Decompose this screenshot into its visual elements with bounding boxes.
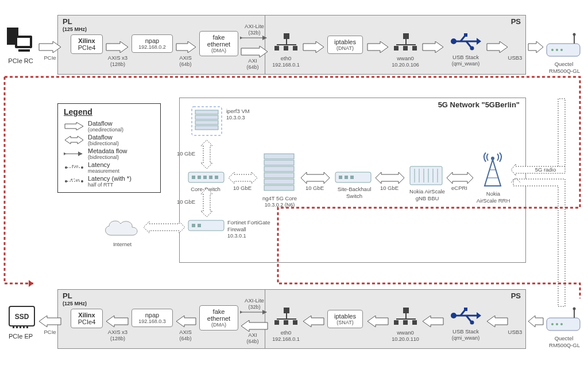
rrh-icon bbox=[477, 151, 509, 189]
arrow-axis-top bbox=[175, 41, 197, 53]
svg-rect-3 bbox=[18, 49, 30, 52]
svg-point-101 bbox=[551, 323, 554, 325]
svg-rect-9 bbox=[284, 46, 288, 50]
fake-eth-top: fake ethernet (DMA) bbox=[199, 31, 238, 56]
svg-rect-90 bbox=[403, 320, 408, 325]
rrh-l1: Nokia bbox=[474, 190, 512, 197]
fe-l2-b: ethernet bbox=[203, 315, 234, 322]
arr-gnb-rrh bbox=[446, 172, 474, 184]
npap-b: npap 192.168.0.3 bbox=[131, 309, 173, 327]
net-title: 5G Network "5GBerlin" bbox=[438, 100, 520, 109]
usb-sb: (qmi_wwan) bbox=[447, 335, 485, 341]
fw-l1: Fortinet FortiGate bbox=[227, 219, 296, 226]
eth0-name-t: eth0 bbox=[273, 55, 299, 61]
svg-point-22 bbox=[470, 46, 474, 50]
axis-sub-top: (64b) bbox=[175, 61, 196, 67]
arr-core-fw bbox=[201, 187, 212, 218]
modem-icon-b bbox=[544, 306, 582, 334]
leg-df2s: (bidirectional) bbox=[88, 141, 119, 146]
xil-l1-b: Xilinx bbox=[75, 312, 99, 318]
arrow-axisx3-top bbox=[105, 41, 129, 53]
arr-eth-ipt-t bbox=[302, 41, 325, 53]
modem-icon-t bbox=[544, 32, 582, 60]
svg-rect-86 bbox=[403, 308, 409, 313]
svg-rect-75 bbox=[16, 326, 18, 328]
svg-rect-10 bbox=[293, 46, 297, 50]
usb-n-t: USB Stack bbox=[447, 54, 485, 60]
svg-rect-47 bbox=[209, 176, 212, 179]
svg-rect-20 bbox=[464, 33, 467, 37]
ecpri: eCPRI bbox=[448, 185, 471, 191]
arr-usb3-b bbox=[486, 316, 509, 327]
iperf-icon bbox=[189, 104, 224, 138]
xilinx-l1: Xilinx bbox=[75, 37, 99, 44]
svg-rect-16 bbox=[412, 46, 417, 50]
usb-icon-b bbox=[449, 305, 481, 326]
internet-lbl: Internet bbox=[107, 241, 138, 247]
svg-rect-83 bbox=[274, 320, 279, 325]
arr-core-ng4t bbox=[227, 172, 258, 184]
leg-lat2: Latency (with *) bbox=[88, 175, 131, 182]
wwan-ip-t: 10.20.0.106 bbox=[387, 62, 424, 68]
leg-df1: Dataflow bbox=[88, 120, 123, 127]
axi-t: AXI bbox=[240, 57, 265, 64]
arr-usb3-t bbox=[486, 41, 509, 53]
ipt-mb: (SNAT) bbox=[331, 320, 359, 325]
leg-df2: Dataflow bbox=[88, 134, 119, 141]
svg-point-30 bbox=[65, 166, 67, 169]
svg-rect-5 bbox=[284, 33, 289, 39]
axisx3-sub-top: (128b) bbox=[105, 61, 130, 67]
arr-axisx3-b bbox=[105, 316, 129, 327]
npap-ip-top: 192.168.0.2 bbox=[136, 44, 169, 50]
eth0-nb: eth0 bbox=[273, 329, 299, 336]
fe-l1-t: fake bbox=[203, 34, 234, 41]
ipt-n-t: iptables bbox=[331, 38, 359, 45]
svg-rect-51 bbox=[198, 224, 201, 227]
svg-rect-56 bbox=[264, 179, 294, 184]
svg-point-36 bbox=[81, 180, 83, 182]
svg-point-100 bbox=[573, 308, 576, 310]
ps-title: PS bbox=[511, 17, 521, 26]
iperf-ip: 10.3.0.3 bbox=[226, 115, 261, 120]
fake-eth-b: fake ethernet (DMA) bbox=[199, 305, 238, 331]
ipt-m-t: (DNAT) bbox=[331, 45, 359, 51]
svg-point-34 bbox=[65, 180, 67, 182]
arr-ng4t-bh bbox=[300, 172, 331, 184]
pcie-rc-icon bbox=[5, 26, 37, 55]
leg-lat: Latency bbox=[88, 161, 119, 168]
arr-iperf-core bbox=[201, 139, 212, 170]
5gradio: 5G radio bbox=[531, 166, 560, 173]
arr-ext-b bbox=[527, 316, 544, 327]
arr-ipt-wwan-b bbox=[366, 316, 389, 327]
axi-sb: (64b) bbox=[240, 339, 265, 344]
arr-bh-gnb bbox=[374, 172, 405, 184]
svg-rect-76 bbox=[20, 326, 21, 328]
arrow-pcie-top bbox=[38, 41, 62, 53]
pcie-rc-label: PCIe RC bbox=[5, 57, 37, 64]
axisx3-b: AXIS x3 bbox=[105, 329, 130, 335]
iptables-b: iptables (SNAT) bbox=[327, 310, 363, 328]
ng4t-icon bbox=[261, 151, 297, 194]
svg-rect-59 bbox=[339, 176, 342, 179]
pcie-lbl-b: PCIe bbox=[40, 329, 60, 335]
legend-box: Legend Dataflow(onedirectional) Dataflow… bbox=[57, 103, 161, 193]
arrow-axilite-t bbox=[240, 34, 269, 41]
ng4t-ip: 10.3.0.2 (N6) bbox=[255, 202, 304, 208]
iperf-n: iperf3 VM bbox=[226, 108, 261, 114]
svg-point-103 bbox=[560, 323, 563, 325]
npap-name-top: npap bbox=[136, 37, 169, 44]
leg-df1s: (onedirectional) bbox=[88, 127, 123, 133]
arr-ipt-wwan-t bbox=[366, 41, 389, 53]
svg-point-28 bbox=[560, 49, 563, 51]
fw-l2: Firewall bbox=[227, 226, 273, 232]
svg-text:SSD: SSD bbox=[15, 313, 29, 321]
axilite-t: AXI-Lite bbox=[240, 23, 269, 29]
svg-rect-44 bbox=[192, 176, 195, 179]
arr-fw-cloud bbox=[142, 221, 186, 233]
usb-s-t: (qmi_wwan) bbox=[447, 61, 485, 67]
svg-rect-39 bbox=[195, 110, 218, 114]
svg-rect-42 bbox=[195, 126, 218, 130]
svg-rect-74 bbox=[13, 326, 14, 328]
arr-pcie-b bbox=[38, 316, 62, 327]
arr-eth-ipt-b bbox=[302, 316, 325, 327]
